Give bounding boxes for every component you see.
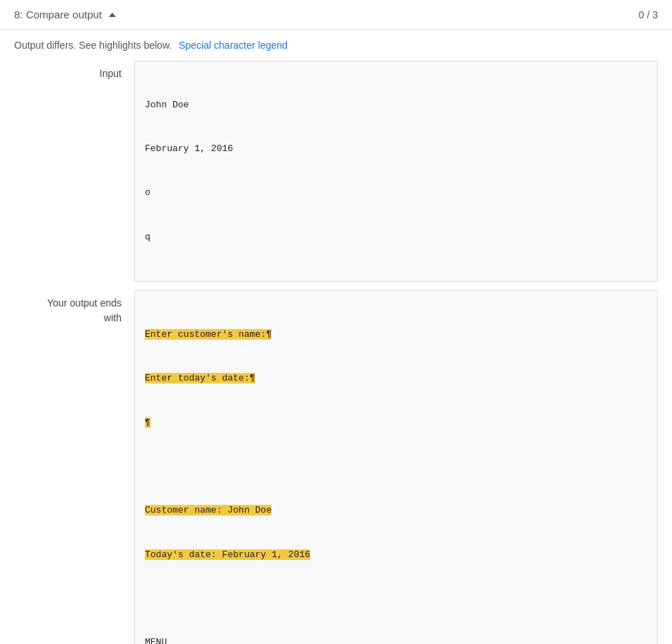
input-section: Input John Doe February 1, 2016 o q [14,61,658,282]
your-output-line-3: ¶ [145,416,647,431]
your-output-line-6: Today's date: February 1, 2016 [145,548,647,563]
highlight-5: Customer name: John Doe [145,505,271,515]
chevron-up-icon[interactable] [109,13,116,17]
input-code-box: John Doe February 1, 2016 o q [134,61,658,282]
header: 8: Compare output 0 / 3 [0,0,672,30]
your-output-line-blank [145,592,647,607]
input-line-1: John Doe [145,98,647,113]
your-output-code-box: Enter customer's name:¶ Enter today's da… [134,290,658,644]
main-content: Input John Doe February 1, 2016 o q Your… [0,61,672,644]
differs-message: Output differs. See highlights below. [14,40,172,51]
your-output-line-5: Customer name: John Doe [145,503,647,518]
header-title-section: 8: Compare output [14,8,116,20]
header-title: 8: Compare output [14,8,102,20]
your-output-line-2: Enter today's date:¶ [145,371,647,386]
highlight-3: ¶ [145,417,151,428]
score-display: 0 / 3 [639,9,658,20]
your-output-section: Your output endswith Enter customer's na… [14,290,658,644]
your-output-label: Your output endswith [14,290,134,326]
input-line-2: February 1, 2016 [145,142,647,157]
your-output-line-4 [145,460,647,475]
input-label: Input [14,61,134,81]
output-differs-bar: Output differs. See highlights below. Sp… [0,30,672,61]
highlight-6: Today's date: February 1, 2016 [145,549,310,560]
input-line-4: q [145,230,647,245]
your-output-menu: MENU [145,636,647,644]
legend-link[interactable]: Special character legend [179,40,288,51]
highlight-1: Enter customer's name:¶ [145,329,271,340]
input-line-3: o [145,186,647,201]
highlight-2: Enter today's date:¶ [145,373,255,383]
your-output-line-1: Enter customer's name:¶ [145,328,647,342]
